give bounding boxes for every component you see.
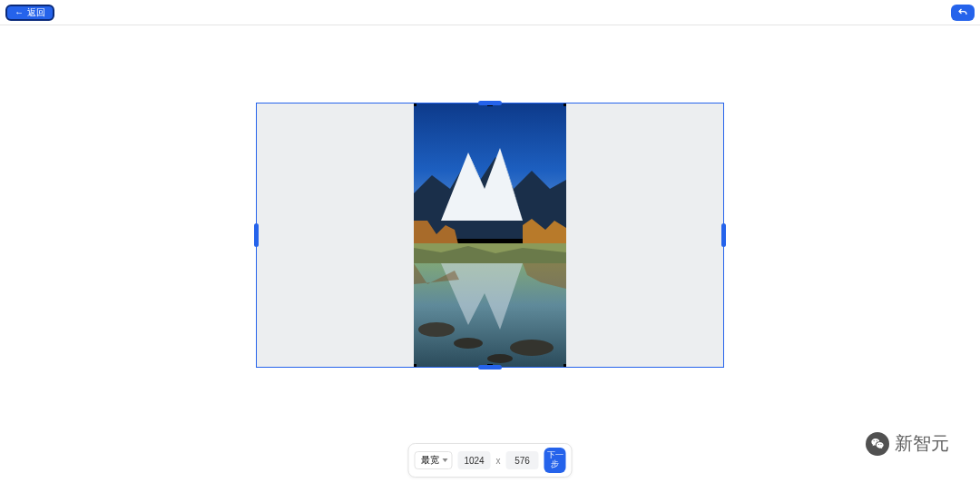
image-handle-tr[interactable]	[564, 104, 566, 106]
dimension-separator: x	[496, 456, 501, 466]
next-button[interactable]: 下一步	[544, 448, 566, 473]
image-handle-br[interactable]	[564, 364, 566, 367]
crop-handle-bottom[interactable]	[478, 365, 502, 370]
svg-point-4	[454, 338, 483, 349]
crop-frame[interactable]	[256, 103, 724, 368]
undo-icon	[956, 7, 969, 18]
landscape-image	[414, 104, 566, 367]
crop-handle-left[interactable]	[254, 223, 259, 247]
footer-toolbar: 最宽 x 下一步	[408, 443, 573, 478]
image-handle-tl[interactable]	[414, 104, 416, 106]
back-label: 返回	[27, 6, 45, 19]
aspect-label: 最宽	[421, 454, 439, 467]
width-input[interactable]	[458, 451, 491, 469]
svg-point-5	[510, 340, 554, 356]
image-handle-bl[interactable]	[414, 364, 416, 367]
svg-point-3	[418, 322, 455, 337]
wechat-icon	[866, 432, 889, 456]
crop-handle-right[interactable]	[721, 223, 726, 247]
image-region[interactable]	[414, 104, 566, 367]
height-input[interactable]	[506, 451, 539, 469]
watermark: 新智元	[866, 431, 949, 456]
undo-button[interactable]	[951, 5, 975, 21]
svg-point-6	[487, 354, 513, 363]
aspect-select[interactable]: 最宽	[415, 451, 453, 469]
canvas-area	[0, 25, 980, 445]
back-button[interactable]: ← 返回	[5, 5, 54, 21]
header: ← 返回	[0, 0, 980, 25]
crop-handle-top[interactable]	[478, 101, 502, 105]
next-label: 下一步	[546, 451, 564, 469]
watermark-text: 新智元	[895, 431, 949, 456]
arrow-left-icon: ←	[15, 8, 24, 17]
